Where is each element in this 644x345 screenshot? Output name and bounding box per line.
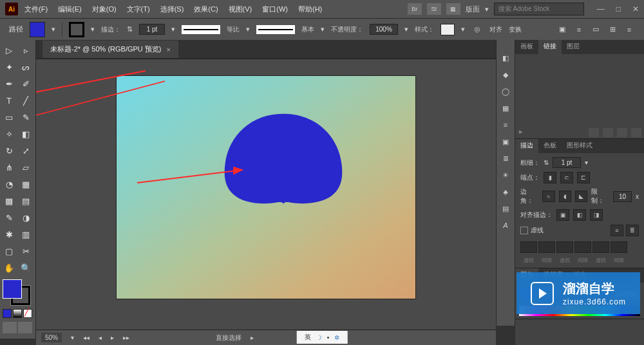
artboard-tool[interactable]: ▢: [1, 243, 17, 259]
chevron-down-icon[interactable]: ▾: [321, 25, 325, 33]
relink-icon[interactable]: [589, 128, 599, 137]
nav-next-icon[interactable]: ▸▸: [123, 334, 129, 341]
chevron-down-icon[interactable]: ▾: [71, 334, 74, 341]
tab-close-icon[interactable]: ×: [167, 46, 171, 53]
color-mode-none[interactable]: ╱: [23, 309, 32, 318]
type-tool[interactable]: T: [1, 93, 17, 108]
direct-selection-tool[interactable]: ▹: [18, 42, 33, 58]
corner-round-icon[interactable]: ◖: [559, 191, 571, 202]
dash-align-icon[interactable]: ≣: [626, 225, 639, 236]
profile-preview[interactable]: [182, 25, 220, 34]
dash-cell[interactable]: [574, 241, 591, 253]
canvas[interactable]: [36, 59, 496, 345]
stepper-icon[interactable]: ⇅: [544, 159, 549, 166]
graph-tool[interactable]: ▥: [18, 227, 33, 242]
menu-effect[interactable]: 效果(C): [190, 3, 222, 16]
chevron-down-icon[interactable]: ▾: [91, 25, 95, 33]
fill-stroke-control[interactable]: [3, 279, 33, 305]
menu-view[interactable]: 视图(V): [225, 3, 256, 16]
mesh-tool[interactable]: ▩: [1, 193, 17, 209]
draw-behind-icon[interactable]: [18, 322, 32, 333]
stroke-width-input[interactable]: 1 pt: [139, 24, 165, 35]
align-link[interactable]: 对齐: [489, 25, 502, 34]
arrange-icon[interactable]: ▦: [446, 3, 460, 15]
nav-prev-single-icon[interactable]: ◂: [99, 334, 102, 341]
fill-color[interactable]: [3, 279, 22, 299]
search-input[interactable]: 搜索 Adobe Stock: [494, 3, 584, 15]
libraries-icon[interactable]: ◆: [499, 68, 512, 81]
color-icon[interactable]: ◯: [499, 85, 512, 98]
dash-cell[interactable]: [520, 241, 537, 253]
graphic-styles-icon[interactable]: ♣: [499, 185, 512, 198]
update-link-icon[interactable]: [617, 128, 627, 137]
ime-bar[interactable]: 英 ☽ • ✲: [297, 331, 348, 344]
scale-tool[interactable]: ⤢: [18, 143, 33, 158]
nav-prev-icon[interactable]: ◂◂: [83, 334, 90, 341]
tab-graphic-styles[interactable]: 图形样式: [562, 139, 598, 153]
maximize-icon[interactable]: □: [616, 5, 621, 14]
symbol-sprayer-tool[interactable]: ✱: [1, 227, 17, 242]
color-mode-gradient[interactable]: [13, 309, 22, 318]
menu-file[interactable]: 文件(F): [21, 3, 52, 16]
expand-icon[interactable]: ▸: [519, 127, 523, 136]
swatches-icon[interactable]: ▦: [499, 102, 512, 115]
menu-icon[interactable]: ≡: [623, 24, 635, 35]
corner-bevel-icon[interactable]: ◣: [575, 191, 587, 202]
gradient-tool[interactable]: ▤: [18, 193, 33, 209]
pen-tool[interactable]: ✒: [1, 76, 17, 91]
style-swatch[interactable]: [440, 24, 455, 35]
menu-edit[interactable]: 编辑(E): [54, 3, 86, 16]
line-tool[interactable]: ╱: [18, 93, 33, 108]
eraser-tool[interactable]: ◧: [18, 126, 33, 142]
document-tab[interactable]: 未标题-2* @ 50% (RGB/GPU 预览) ×: [43, 41, 178, 58]
perspective-tool[interactable]: ▦: [18, 176, 33, 192]
dash-cell[interactable]: [556, 241, 573, 253]
slice-tool[interactable]: ✂: [18, 243, 33, 259]
shape-path[interactable]: [220, 111, 347, 207]
cap-butt-icon[interactable]: ▮: [544, 172, 556, 183]
chevron-down-icon[interactable]: ▾: [585, 159, 588, 166]
free-transform-tool[interactable]: ▱: [18, 160, 33, 175]
shape-icon[interactable]: ▭: [590, 24, 601, 35]
edit-link-icon[interactable]: [631, 128, 641, 137]
width-tool[interactable]: ⋔: [1, 160, 17, 175]
align-outside-icon[interactable]: ◨: [590, 209, 603, 221]
type-panel-icon[interactable]: A: [499, 219, 512, 232]
dashed-checkbox[interactable]: [520, 227, 528, 234]
dash-cell[interactable]: [611, 241, 627, 253]
stepper-icon[interactable]: ⇅: [127, 25, 133, 33]
brushes-icon[interactable]: ≡: [499, 118, 512, 131]
transform-link[interactable]: 变换: [509, 25, 522, 34]
dash-preserve-icon[interactable]: ≡: [611, 225, 623, 236]
menu-object[interactable]: 对象(O): [88, 3, 120, 16]
dash-cell[interactable]: [592, 241, 609, 253]
menu-select[interactable]: 选择(S): [156, 3, 188, 16]
draw-normal-icon[interactable]: [3, 322, 17, 333]
minimize-icon[interactable]: —: [597, 5, 605, 14]
tab-links[interactable]: 链接: [538, 40, 562, 54]
cap-round-icon[interactable]: ⊂: [560, 172, 573, 183]
stock-icon[interactable]: St: [427, 3, 441, 15]
menu-help[interactable]: 帮助(H): [294, 3, 326, 16]
menu-type[interactable]: 文字(T): [123, 3, 154, 16]
curvature-tool[interactable]: ✐: [18, 76, 33, 91]
align-icon[interactable]: ≡: [573, 24, 585, 35]
miter-limit-input[interactable]: 10: [613, 191, 632, 202]
selection-tool[interactable]: ▷: [1, 42, 17, 58]
appearance-icon[interactable]: ☀: [499, 169, 512, 182]
hand-tool[interactable]: ✋: [1, 260, 17, 275]
status-chevron-icon[interactable]: ▸: [251, 334, 254, 341]
gear-icon[interactable]: ✲: [334, 334, 339, 341]
grid-icon[interactable]: ⊞: [607, 24, 618, 35]
recolor-icon[interactable]: ◎: [471, 24, 483, 35]
workspace-switcher[interactable]: 版面: [466, 5, 480, 14]
chevron-down-icon[interactable]: ▾: [171, 25, 175, 33]
opacity-input[interactable]: 100%: [370, 24, 398, 35]
zoom-tool[interactable]: 🔍: [18, 260, 33, 275]
paintbrush-tool[interactable]: ✎: [18, 109, 33, 125]
color-mode-fill[interactable]: [3, 309, 12, 318]
symbols-icon[interactable]: ▣: [499, 135, 512, 148]
stroke-swatch[interactable]: [69, 22, 84, 37]
rectangle-tool[interactable]: ▭: [1, 109, 17, 125]
align-center-icon[interactable]: ▣: [556, 209, 569, 221]
